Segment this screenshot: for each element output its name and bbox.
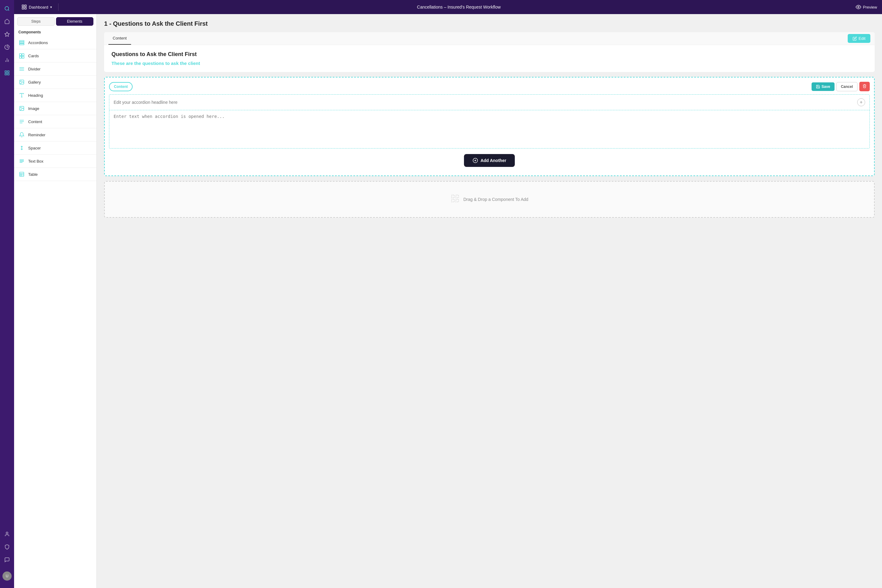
svg-line-1 — [8, 9, 9, 10]
accordion-headline-input[interactable] — [114, 100, 857, 105]
add-accordion-section-button[interactable]: + — [857, 98, 865, 106]
nav-icon-search[interactable] — [2, 3, 12, 14]
component-content[interactable]: Content — [14, 115, 96, 128]
svg-rect-21 — [20, 56, 22, 58]
divider-label: Divider — [28, 67, 40, 71]
svg-rect-6 — [5, 71, 6, 72]
top-header: Dashboard ▾ Cancellations – Insured's Re… — [14, 0, 882, 14]
svg-rect-18 — [20, 44, 24, 45]
component-accordions[interactable]: Accordions — [14, 36, 96, 49]
svg-rect-20 — [22, 54, 24, 56]
cards-icon — [18, 52, 25, 59]
component-divider[interactable]: Divider — [14, 63, 96, 76]
accordion-headline-row: + — [110, 94, 870, 110]
divider-icon — [18, 66, 25, 72]
component-cards[interactable]: Cards — [14, 49, 96, 63]
cards-label: Cards — [28, 54, 39, 58]
components-section-title: Components — [14, 26, 96, 36]
svg-rect-50 — [456, 200, 459, 202]
nav-icon-star[interactable] — [2, 29, 12, 40]
nav-icon-grid[interactable] — [2, 68, 12, 78]
tab-elements[interactable]: Elements — [56, 17, 94, 26]
svg-point-31 — [21, 107, 21, 108]
accordion-editor-header: Content Save Cancel — [109, 82, 870, 91]
svg-rect-11 — [22, 5, 24, 6]
tab-steps[interactable]: Steps — [17, 17, 55, 26]
edit-button[interactable]: Edit — [848, 34, 870, 43]
cancel-button[interactable]: Cancel — [836, 82, 858, 91]
svg-point-10 — [6, 532, 8, 534]
svg-rect-40 — [20, 172, 24, 176]
add-another-button[interactable]: Add Another — [464, 154, 515, 167]
component-gallery[interactable]: Gallery — [14, 76, 96, 89]
component-spacer[interactable]: Spacer — [14, 141, 96, 154]
svg-point-27 — [21, 81, 21, 81]
nav-icon-shield[interactable] — [2, 542, 12, 552]
accordion-content-tab[interactable]: Content — [109, 82, 133, 91]
gallery-label: Gallery — [28, 80, 41, 84]
content-label: Content — [28, 119, 42, 124]
accordion-item: + — [109, 94, 870, 148]
content-icon — [18, 118, 25, 125]
user-avatar[interactable]: U — [3, 572, 12, 580]
text-box-icon — [18, 158, 25, 165]
sidebar-tabs: Steps Elements — [14, 14, 96, 26]
content-subheading: These are the questions to ask the clien… — [111, 61, 867, 66]
sidebar: Steps Elements Components Accordions Car… — [14, 14, 97, 588]
svg-point-0 — [5, 6, 9, 10]
save-button[interactable]: Save — [812, 82, 834, 91]
drag-drop-label: Drag & Drop a Component To Add — [464, 197, 528, 202]
nav-icon-home[interactable] — [2, 16, 12, 27]
component-image[interactable]: Image — [14, 102, 96, 115]
svg-rect-16 — [20, 40, 24, 42]
content-panel: Content Edit Questions to Ask the Client… — [104, 32, 874, 72]
svg-rect-8 — [8, 74, 9, 75]
accordions-icon — [18, 39, 25, 46]
editor-actions: Save Cancel — [812, 82, 870, 91]
image-label: Image — [28, 106, 39, 111]
svg-rect-22 — [22, 56, 24, 58]
gallery-icon — [18, 79, 25, 86]
nav-icon-pie[interactable] — [2, 42, 12, 52]
dashboard-button[interactable]: Dashboard ▾ — [19, 3, 54, 11]
heading-icon — [18, 92, 25, 99]
preview-button[interactable]: Preview — [856, 4, 877, 10]
svg-rect-17 — [20, 42, 24, 44]
drag-drop-icon — [450, 194, 460, 205]
svg-rect-12 — [25, 5, 26, 6]
content-panel-tab-content[interactable]: Content — [108, 32, 131, 45]
page-title: Cancellations – Insured's Request Workfl… — [62, 4, 856, 9]
image-icon — [18, 105, 25, 112]
delete-button[interactable] — [860, 82, 870, 91]
spacer-label: Spacer — [28, 146, 41, 150]
svg-rect-9 — [5, 74, 6, 75]
component-reminder[interactable]: Reminder — [14, 128, 96, 141]
table-icon — [18, 171, 25, 178]
add-another-container: Add Another — [109, 151, 870, 171]
svg-marker-2 — [5, 32, 9, 36]
content-heading: Questions to Ask the Client First — [111, 51, 867, 58]
accordions-label: Accordions — [28, 40, 48, 45]
drop-zone[interactable]: Drag & Drop a Component To Add — [104, 181, 874, 218]
heading-label: Heading — [28, 93, 43, 98]
content-panel-tabs: Content Edit — [104, 32, 874, 45]
component-text-box[interactable]: Text Box — [14, 154, 96, 168]
page-section-title: 1 - Questions to Ask the Client First — [104, 20, 874, 27]
svg-point-15 — [858, 6, 860, 8]
reminder-icon — [18, 131, 25, 138]
spacer-icon — [18, 144, 25, 151]
component-heading[interactable]: Heading — [14, 89, 96, 102]
accordion-body-input[interactable] — [110, 110, 870, 147]
table-label: Table — [28, 172, 38, 177]
component-table[interactable]: Table — [14, 168, 96, 181]
header-divider — [58, 3, 58, 11]
svg-rect-14 — [22, 8, 24, 9]
text-box-label: Text Box — [28, 159, 44, 164]
accordion-editor: Content Save Cancel — [104, 77, 874, 176]
nav-icon-user[interactable] — [2, 529, 12, 540]
nav-icon-bar-chart[interactable] — [2, 54, 12, 66]
svg-rect-47 — [452, 195, 454, 198]
editor-area: 1 - Questions to Ask the Client First Co… — [97, 14, 882, 588]
svg-rect-7 — [8, 71, 9, 72]
nav-icon-chat[interactable] — [2, 554, 12, 566]
